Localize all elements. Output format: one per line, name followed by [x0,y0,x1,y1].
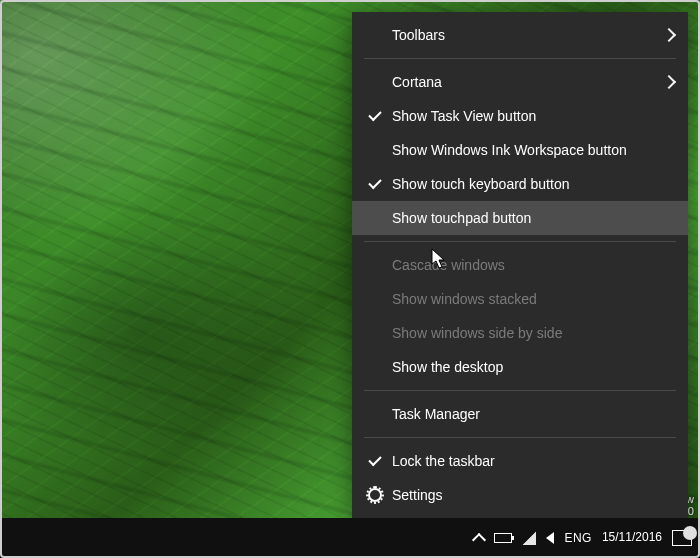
menu-separator [364,437,676,438]
menu-item-show-touchpad[interactable]: Show touchpad button [352,201,688,235]
menu-item-show-ink-workspace[interactable]: Show Windows Ink Workspace button [352,133,688,167]
menu-item-task-manager[interactable]: Task Manager [352,397,688,431]
menu-item-label: Task Manager [392,406,674,422]
menu-item-show-task-view[interactable]: Show Task View button [352,99,688,133]
battery-icon[interactable] [494,533,512,543]
language-indicator[interactable]: ENG [564,531,592,545]
taskbar-context-menu: Toolbars Cortana Show Task View button S… [352,12,688,518]
taskbar[interactable]: ENG 15/11/2016 6 [0,518,700,558]
menu-item-cascade-windows: Cascade windows [352,248,688,282]
menu-separator [364,390,676,391]
menu-item-label: Settings [392,487,674,503]
chevron-right-icon [662,28,676,42]
wifi-icon[interactable] [522,531,536,545]
notification-count: 6 [689,525,695,536]
menu-item-label: Show the desktop [392,359,674,375]
menu-item-toolbars[interactable]: Toolbars [352,18,688,52]
menu-item-show-stacked: Show windows stacked [352,282,688,316]
tray-overflow-icon[interactable] [472,533,486,547]
menu-item-settings[interactable]: Settings [352,478,688,512]
menu-item-cortana[interactable]: Cortana [352,65,688,99]
menu-item-show-touch-keyboard[interactable]: Show touch keyboard button [352,167,688,201]
menu-separator [364,241,676,242]
menu-item-show-desktop[interactable]: Show the desktop [352,350,688,384]
taskbar-date: 15/11/2016 [602,531,662,544]
gear-icon [364,488,386,502]
menu-item-label: Show touchpad button [392,210,674,226]
checkmark-icon [364,114,386,118]
menu-separator [364,58,676,59]
menu-item-label: Cortana [392,74,664,90]
menu-item-label: Show touch keyboard button [392,176,674,192]
menu-item-label: Show windows stacked [392,291,674,307]
chevron-right-icon [662,75,676,89]
action-center-icon[interactable]: 6 [672,530,692,546]
menu-item-label: Show windows side by side [392,325,674,341]
menu-item-label: Lock the taskbar [392,453,674,469]
menu-item-show-side-by-side: Show windows side by side [352,316,688,350]
system-tray: ENG 15/11/2016 6 [474,530,692,546]
menu-item-label: Show Task View button [392,108,674,124]
menu-item-lock-taskbar[interactable]: Lock the taskbar [352,444,688,478]
checkmark-icon [364,182,386,186]
menu-item-label: Toolbars [392,27,664,43]
menu-item-label: Cascade windows [392,257,674,273]
menu-item-label: Show Windows Ink Workspace button [392,142,674,158]
taskbar-clock[interactable]: 15/11/2016 [602,531,662,544]
checkmark-icon [364,459,386,463]
volume-icon[interactable] [546,532,554,544]
